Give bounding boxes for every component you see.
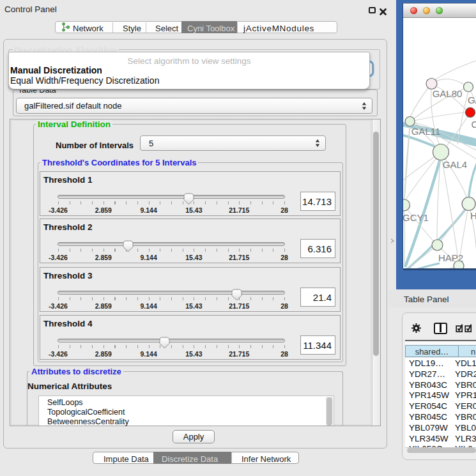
svg-text:GCY1: GCY1 [403, 212, 429, 223]
svg-text:C: C [472, 119, 476, 130]
svg-text:GA: GA [468, 95, 476, 105]
svg-text:GAL4: GAL4 [443, 159, 467, 170]
svg-text:GAL80: GAL80 [433, 88, 463, 99]
svg-text:HAP2: HAP2 [438, 252, 463, 263]
svg-text:H: H [470, 210, 476, 221]
svg-text:GAL11: GAL11 [411, 126, 441, 137]
